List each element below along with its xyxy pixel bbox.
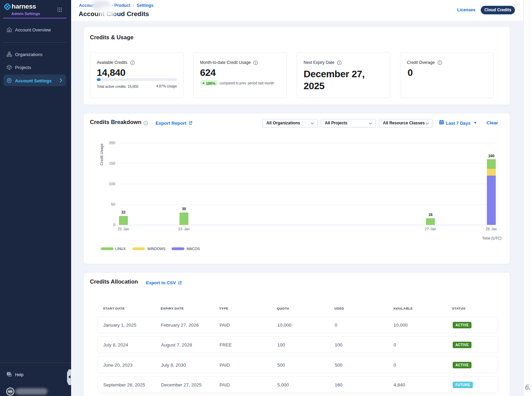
- svg-text:?: ?: [8, 373, 9, 375]
